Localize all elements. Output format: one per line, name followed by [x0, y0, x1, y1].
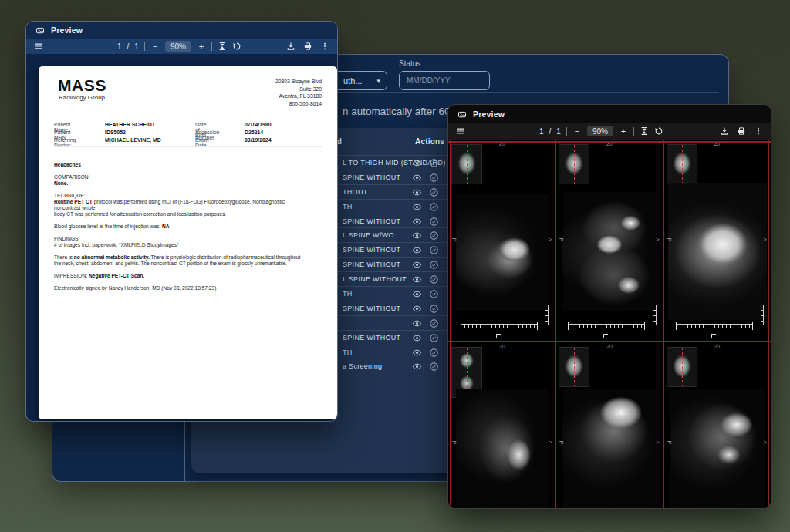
window-titlebar: Preview [26, 22, 337, 39]
view-exam-button[interactable] [411, 332, 423, 344]
series-thumbnail[interactable] [559, 347, 589, 387]
image-grid: 20P>20P>20P>20P>20P>20P> [448, 140, 771, 508]
approve-exam-button[interactable] [428, 172, 440, 184]
page-current: 1 [117, 42, 122, 51]
approve-exam-button[interactable] [428, 216, 440, 227]
eye-icon [412, 348, 422, 358]
view-exam-button[interactable] [411, 172, 423, 184]
view-exam-button[interactable] [411, 259, 423, 271]
report-preview-window: Preview 1 / 1 − 90% + MASS [25, 21, 338, 422]
zoom-out-button[interactable]: − [150, 42, 160, 51]
status-date-input[interactable] [399, 71, 490, 90]
series-thumbnail[interactable] [559, 144, 589, 184]
rotate-button[interactable] [232, 42, 241, 51]
zoom-level: 90% [587, 126, 613, 136]
clinic-brand-sub: Radiology Group [59, 94, 105, 101]
check-circle-icon [429, 187, 439, 197]
dicom-cell[interactable]: 20P> [448, 342, 555, 508]
vertical-dots-icon [320, 42, 329, 51]
rotate-ccw-icon [232, 42, 241, 51]
dicom-cell[interactable]: 20P> [555, 140, 663, 342]
view-exam-button[interactable] [411, 288, 423, 300]
exam-name: a Screening [343, 362, 382, 370]
scale-ruler [568, 324, 645, 331]
page-divider: / [127, 42, 130, 51]
exam-name: L SPINE W/WO [343, 231, 394, 239]
view-exam-button[interactable] [411, 303, 423, 315]
view-exam-button[interactable] [411, 216, 423, 227]
field-value: HEATHER SCHEIDT [105, 122, 155, 127]
approve-exam-button[interactable] [428, 332, 440, 344]
download-icon [286, 42, 295, 51]
fit-page-button[interactable] [218, 42, 227, 51]
eye-icon [412, 362, 422, 372]
approve-exam-button[interactable] [428, 244, 440, 256]
zoom-out-button[interactable]: − [572, 126, 582, 136]
view-exam-button[interactable] [411, 201, 423, 213]
page-total: 1 [556, 127, 561, 136]
page-total: 1 [134, 42, 139, 51]
address-line: Suite 320 [275, 86, 322, 93]
report-line [54, 230, 331, 236]
download-button[interactable] [286, 42, 295, 51]
more-options-button[interactable] [320, 42, 329, 51]
series-thumbnail[interactable] [451, 144, 482, 184]
approve-exam-button[interactable] [428, 288, 440, 300]
report-line [54, 187, 331, 193]
series-thumbnail[interactable] [667, 144, 697, 184]
view-exam-button[interactable] [411, 318, 423, 329]
scale-ruler [461, 324, 538, 331]
print-button[interactable] [303, 42, 312, 51]
approve-exam-button[interactable] [428, 259, 440, 271]
view-exam-button[interactable] [411, 244, 423, 256]
orientation-marker-arrow: > [656, 439, 660, 446]
view-exam-button[interactable] [411, 187, 423, 198]
image-preview-window: Preview 1 / 1 − 90% + 20P>20P>20P>2 [447, 104, 771, 509]
toolbar-separator [211, 42, 212, 51]
mri-image [562, 389, 657, 508]
more-options-button[interactable] [754, 126, 763, 136]
viewer-toolbar: 1 / 1 − 90% + [448, 123, 771, 140]
menu-button[interactable] [456, 126, 465, 136]
address-line: Aventra, FL 33180 [275, 93, 322, 100]
eye-icon [412, 289, 422, 299]
orientation-marker-p: P [558, 440, 564, 444]
approve-exam-button[interactable] [428, 303, 440, 315]
menu-button[interactable] [34, 42, 43, 51]
view-exam-button[interactable] [411, 347, 423, 359]
view-exam-button[interactable] [411, 361, 423, 372]
approve-exam-button[interactable] [428, 157, 440, 169]
rotate-button[interactable] [654, 126, 663, 136]
dicom-cell[interactable]: 20P> [663, 140, 771, 342]
fit-page-button[interactable] [640, 126, 649, 136]
print-button[interactable] [737, 126, 746, 136]
approve-exam-button[interactable] [428, 187, 440, 198]
dicom-cell[interactable]: 20P> [555, 342, 663, 508]
view-exam-button[interactable] [411, 274, 423, 285]
download-button[interactable] [720, 126, 729, 136]
approve-exam-button[interactable] [428, 347, 440, 359]
window-title: Preview [473, 109, 505, 119]
view-exam-button[interactable] [411, 230, 423, 241]
dicom-cell[interactable]: 20P> [448, 140, 555, 342]
approve-exam-button[interactable] [428, 230, 440, 241]
approve-exam-button[interactable] [428, 274, 440, 285]
eye-icon [412, 260, 422, 270]
zoom-in-button[interactable]: + [197, 42, 206, 51]
approve-exam-button[interactable] [428, 361, 440, 372]
exam-name: TH [343, 203, 353, 210]
document-body: HeadachesCOMPARISON:None.TECHNIQUE:Routi… [54, 162, 331, 291]
series-thumbnail[interactable] [667, 347, 697, 387]
vertical-ruler [545, 305, 549, 325]
orientation-marker-arrow: > [549, 237, 552, 243]
approve-exam-button[interactable] [428, 201, 440, 213]
zoom-in-button[interactable]: + [619, 126, 628, 136]
eye-icon [412, 333, 422, 343]
vertical-dots-icon [754, 126, 763, 136]
dicom-cell[interactable]: 20P> [663, 342, 771, 508]
approve-exam-button[interactable] [428, 318, 440, 329]
view-exam-button[interactable] [411, 157, 423, 169]
vertical-ruler [761, 305, 764, 325]
report-line [54, 248, 331, 254]
eye-icon [412, 318, 422, 328]
